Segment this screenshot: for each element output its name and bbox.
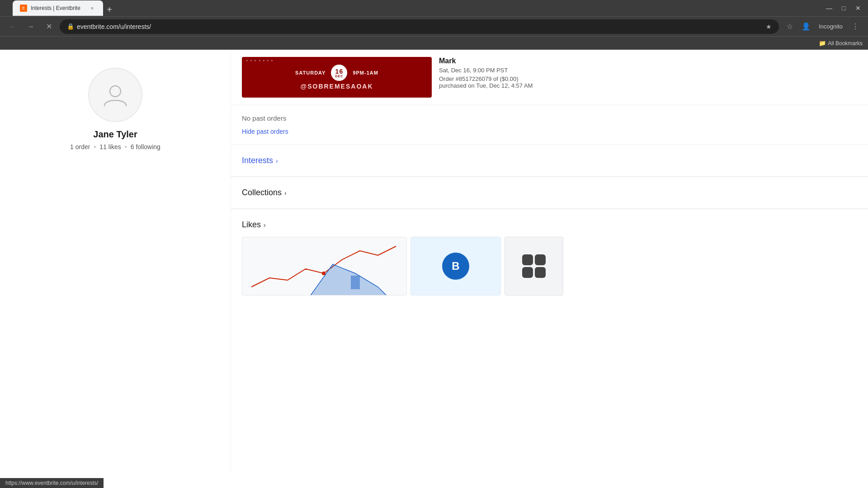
orders-stat: 1 order (70, 143, 90, 150)
blue-circle-letter: B (452, 260, 459, 272)
no-orders-label: No past orders (242, 114, 857, 122)
toolbar-right: ☆ 👤 Incognito ⋮ (783, 19, 863, 34)
svg-rect-5 (535, 254, 546, 265)
avatar (88, 68, 142, 122)
incognito-label: Incognito (815, 23, 846, 30)
event-order: Order #8517226079 of ($0.00) (439, 75, 857, 82)
likes-section: Likes › (231, 209, 868, 296)
tab-favicon: E (20, 5, 27, 12)
event-date-circle: 16 DEC (331, 65, 347, 81)
like-thumb-3 (505, 237, 563, 296)
stat-dot-1: • (94, 143, 96, 150)
likes-link[interactable]: Likes › (242, 220, 857, 237)
browser-toolbar: ← → ✕ 🔒 ★ ☆ 👤 Incognito ⋮ (0, 16, 868, 36)
blue-circle: B (442, 253, 469, 280)
svg-rect-4 (522, 254, 533, 265)
svg-rect-3 (351, 276, 360, 289)
interests-link[interactable]: Interests › (231, 145, 868, 177)
collections-label: Collections (242, 188, 282, 197)
address-input[interactable] (77, 23, 766, 30)
like-thumb-2: B (410, 237, 501, 296)
event-purchased: purchased on Tue, Dec 12, 4:57 AM (439, 82, 857, 89)
event-date-month: DEC (335, 75, 344, 78)
event-venue: @SOBREMESAOAK (301, 83, 373, 90)
collections-link[interactable]: Collections › (231, 177, 868, 209)
event-details: Mark Sat, Dec 16, 9:00 PM PST Order #851… (439, 57, 857, 98)
main-content: ✦ ✦ ✦ ✦ ✦ ✦ ✦ SATURDAY 16 DEC 9PM-1AM @S… (231, 50, 868, 473)
menu-button[interactable]: ⋮ (848, 19, 863, 34)
likes-thumbnails: B (231, 237, 868, 296)
refresh-button[interactable]: ✕ (42, 19, 56, 34)
all-bookmarks[interactable]: 📁 All Bookmarks (819, 40, 863, 47)
likes-chevron-icon: › (264, 221, 266, 229)
svg-rect-7 (535, 267, 546, 278)
like-thumb-1 (242, 237, 407, 296)
back-button[interactable]: ← (5, 19, 20, 34)
status-bar: https://www.eventbrite.com/u/interests/ (0, 478, 104, 488)
active-tab[interactable]: E Interests | Eventbrite × (13, 0, 103, 16)
user-stats: 1 order • 11 likes • 6 following (70, 143, 160, 150)
forward-button[interactable]: → (24, 19, 38, 34)
address-bar-container[interactable]: 🔒 ★ (60, 19, 779, 34)
collections-section: Collections › (231, 177, 868, 209)
interests-section: Interests › (231, 145, 868, 177)
like-thumb-1-chart (242, 237, 407, 296)
browser-titlebar: E Interests | Eventbrite × + — □ ✕ (0, 0, 868, 16)
svg-marker-1 (310, 264, 387, 296)
maximize-button[interactable]: □ (837, 2, 850, 14)
user-name: Jane Tyler (93, 129, 137, 140)
bookmark-button[interactable]: ☆ (783, 19, 797, 34)
event-banner-top: SATURDAY 16 DEC 9PM-1AM (295, 65, 378, 81)
event-date: Sat, Dec 16, 9:00 PM PST (439, 67, 857, 74)
bookmarks-bar: 📁 All Bookmarks (0, 36, 868, 50)
page-content: Jane Tyler 1 order • 11 likes • 6 follow… (0, 50, 868, 473)
interests-chevron-icon: › (276, 157, 278, 164)
event-day-label: SATURDAY (295, 70, 326, 75)
interests-label: Interests (242, 156, 273, 165)
event-card: ✦ ✦ ✦ ✦ ✦ ✦ ✦ SATURDAY 16 DEC 9PM-1AM @S… (231, 50, 868, 105)
event-banner: ✦ ✦ ✦ ✦ ✦ ✦ ✦ SATURDAY 16 DEC 9PM-1AM @S… (242, 57, 432, 98)
event-date-day: 16 (335, 68, 344, 75)
grid-icon (520, 253, 547, 280)
likes-stat: 11 likes (99, 143, 121, 150)
likes-label: Likes (242, 220, 261, 230)
event-title: Mark (439, 57, 857, 65)
browser-chrome: E Interests | Eventbrite × + — □ ✕ ← → ✕… (0, 0, 868, 50)
new-tab-button[interactable]: + (103, 3, 116, 16)
svg-point-0 (110, 86, 121, 97)
avatar-icon (102, 81, 129, 108)
svg-point-2 (322, 272, 326, 275)
collections-chevron-icon: › (284, 189, 287, 197)
stat-dot-2: • (125, 143, 127, 150)
hide-past-orders-link[interactable]: Hide past orders (242, 128, 288, 135)
account-button[interactable]: 👤 (799, 19, 813, 34)
left-sidebar: Jane Tyler 1 order • 11 likes • 6 follow… (0, 50, 231, 473)
event-time: 9PM-1AM (353, 70, 378, 75)
tab-bar: E Interests | Eventbrite × + (9, 0, 119, 16)
event-image: ✦ ✦ ✦ ✦ ✦ ✦ ✦ SATURDAY 16 DEC 9PM-1AM @S… (242, 57, 432, 98)
close-window-button[interactable]: ✕ (852, 2, 864, 14)
following-stat: 6 following (131, 143, 160, 150)
status-url: https://www.eventbrite.com/u/interests/ (5, 480, 98, 486)
banner-decoration: ✦ ✦ ✦ ✦ ✦ ✦ ✦ (245, 59, 274, 63)
tab-close-button[interactable]: × (89, 5, 96, 12)
svg-rect-6 (522, 267, 533, 278)
likes-header: Likes › (231, 209, 868, 237)
minimize-button[interactable]: — (823, 2, 835, 14)
orders-section: No past orders Hide past orders (231, 105, 868, 145)
tab-title: Interests | Eventbrite (31, 5, 85, 11)
